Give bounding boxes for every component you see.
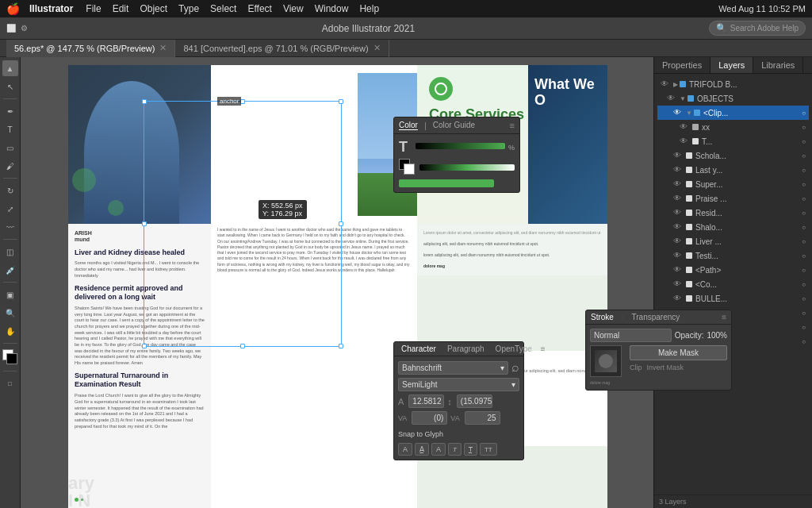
font-search-icon[interactable]: ⌕: [511, 360, 519, 375]
para-tab[interactable]: Paragraph: [445, 344, 487, 353]
char-btn-4[interactable]: T: [448, 443, 462, 456]
blend-mode-dropdown[interactable]: Normal: [590, 329, 672, 342]
gradient-tool[interactable]: ◫: [2, 244, 18, 260]
apple-icon[interactable]: 🍎: [6, 2, 20, 15]
brush-tool[interactable]: 🖌: [2, 158, 18, 174]
char-btn-5[interactable]: T̲: [464, 443, 477, 456]
char-btn-1[interactable]: A: [398, 443, 412, 456]
eyedropper-tool[interactable]: 💉: [2, 262, 18, 278]
swatch-container[interactable]: [399, 159, 416, 176]
layer-xx[interactable]: 👁 xx ○: [657, 120, 809, 134]
layer-last[interactable]: 👁 Last y... ○: [657, 163, 809, 177]
tab-1-close[interactable]: ✕: [159, 43, 167, 53]
layer-super[interactable]: 👁 Super... ○: [657, 177, 809, 191]
layer-resid[interactable]: 👁 Resid... ○: [657, 206, 809, 220]
menu-file[interactable]: File: [86, 3, 101, 14]
color-guide-tab[interactable]: Color Guide: [433, 121, 475, 130]
layer-trifold[interactable]: 👁 ▶ TRIFOLD B...: [657, 77, 809, 91]
char-btn-3[interactable]: A: [431, 443, 446, 456]
expand-arrow[interactable]: ▶: [673, 81, 678, 88]
text-tool[interactable]: T: [2, 121, 18, 137]
stroke-menu[interactable]: ≡: [722, 313, 726, 321]
app-name: Illustrator: [29, 3, 73, 14]
layer-clip-name: <Clip...: [703, 109, 802, 117]
layer-schola[interactable]: 👁 Schola... ○: [657, 148, 809, 163]
libraries-tab[interactable]: Libraries: [753, 57, 803, 73]
rotate-tool[interactable]: ↻: [2, 183, 18, 198]
color-fg-slider[interactable]: [419, 164, 515, 171]
canvas-area[interactable]: ARISH mund Liver and Kidney disease heal…: [21, 57, 653, 508]
layer-testi[interactable]: 👁 Testi... ○: [657, 248, 809, 263]
properties-tab[interactable]: Properties: [654, 57, 710, 73]
char-panel-menu[interactable]: ≡: [541, 344, 546, 353]
font-size-input[interactable]: 12.5812: [408, 394, 444, 408]
layer-t[interactable]: 👁 T... ○: [657, 134, 809, 148]
char-tab[interactable]: Character: [399, 344, 439, 353]
normal-mode[interactable]: □: [2, 375, 18, 391]
objects-eye[interactable]: 👁: [667, 94, 676, 103]
layer-objects[interactable]: 👁 ▼ OBJECTS: [657, 91, 809, 106]
select-tool[interactable]: ▲: [2, 60, 18, 76]
color-t-row: T %: [399, 139, 515, 156]
transparency-tab[interactable]: Transparency: [632, 313, 680, 321]
va2-input[interactable]: 25: [465, 411, 500, 425]
t-eye[interactable]: 👁: [680, 137, 689, 146]
menu-view[interactable]: View: [283, 3, 304, 14]
fill-stroke-swatches[interactable]: [2, 349, 18, 365]
menu-object[interactable]: Object: [140, 3, 167, 14]
menu-window[interactable]: Window: [315, 3, 349, 14]
direct-select-tool[interactable]: ↖: [2, 79, 18, 94]
stroke-tab[interactable]: Stroke: [591, 313, 614, 321]
search-box[interactable]: 🔍 Search Adobe Help: [709, 21, 806, 36]
layer-objects-label: OBJECTS: [697, 94, 806, 103]
make-mask-button[interactable]: Make Mask: [630, 345, 727, 360]
layer-liver[interactable]: 👁 Liver ... ○: [657, 234, 809, 248]
color-slider[interactable]: [416, 143, 505, 149]
layer-path1[interactable]: 👁 <Path> ○: [657, 263, 809, 277]
layer-eye-icon[interactable]: 👁: [661, 79, 670, 89]
what-we-title: What We O: [534, 77, 601, 109]
color-green-bar[interactable]: [399, 179, 494, 187]
clip-arrow[interactable]: ▼: [686, 110, 692, 117]
char-btn-2[interactable]: A̲: [415, 443, 429, 456]
menu-select[interactable]: Select: [210, 3, 236, 14]
pen-tool[interactable]: ✒: [2, 103, 18, 119]
va-input[interactable]: (0): [412, 411, 447, 425]
menu-edit[interactable]: Edit: [113, 3, 129, 14]
font-family-dropdown[interactable]: Bahnschrift ▾: [398, 361, 508, 375]
layer-shalo[interactable]: 👁 Shalo... ○: [657, 220, 809, 234]
shape-tool[interactable]: ▭: [2, 140, 18, 156]
layer-clip[interactable]: 👁 ▼ <Clip... ○: [657, 106, 809, 120]
artboard-tool[interactable]: ▣: [2, 287, 18, 302]
layers-tab[interactable]: Layers: [710, 57, 753, 73]
right-panel: Properties Layers Libraries 👁 ▶ TRIFOLD …: [653, 57, 812, 508]
tab-1[interactable]: 56.eps* @ 147.75 % (RGB/Preview) ✕: [6, 40, 175, 57]
clip-target: ○: [802, 110, 806, 117]
scale-tool[interactable]: ⤢: [2, 201, 18, 217]
color-tab[interactable]: Color: [399, 121, 418, 130]
doc-body-3: Shalom Saints! We have been trusting God…: [75, 306, 205, 367]
layer-co[interactable]: 👁 <Co... ○: [657, 277, 809, 291]
objects-arrow[interactable]: ▼: [680, 95, 686, 102]
opentype-tab[interactable]: OpenType: [493, 344, 534, 353]
menu-effect[interactable]: Effect: [247, 3, 271, 14]
font-weight-dropdown[interactable]: SemiLight ▾: [398, 378, 519, 391]
layer-bulle[interactable]: 👁 BULLE... ○: [657, 291, 809, 306]
tab-2-close[interactable]: ✕: [373, 43, 381, 53]
xx-eye[interactable]: 👁: [680, 122, 689, 132]
color-panel-menu[interactable]: ≡: [510, 121, 515, 130]
tab-2[interactable]: 841 [Converted].eps @ 71.01 % (RGB/Previ…: [175, 40, 389, 57]
font-weight-row: SemiLight ▾: [398, 378, 519, 391]
layer-praise[interactable]: 👁 Praise ... ○: [657, 191, 809, 206]
toolbar-icon-1: ⬜: [6, 24, 16, 33]
menu-type[interactable]: Type: [178, 3, 199, 14]
zoom-tool[interactable]: 🔍: [2, 305, 18, 321]
leading-input[interactable]: (15.0975: [457, 394, 492, 408]
mask-options: Clip Invert Mask: [630, 364, 727, 371]
char-btn-6[interactable]: TT: [480, 443, 497, 456]
menu-help[interactable]: Help: [359, 3, 379, 14]
mask-thumb: [595, 350, 617, 372]
hand-tool[interactable]: ✋: [2, 323, 18, 339]
clip-eye[interactable]: 👁: [673, 108, 683, 117]
warp-tool[interactable]: 〰: [2, 219, 18, 235]
